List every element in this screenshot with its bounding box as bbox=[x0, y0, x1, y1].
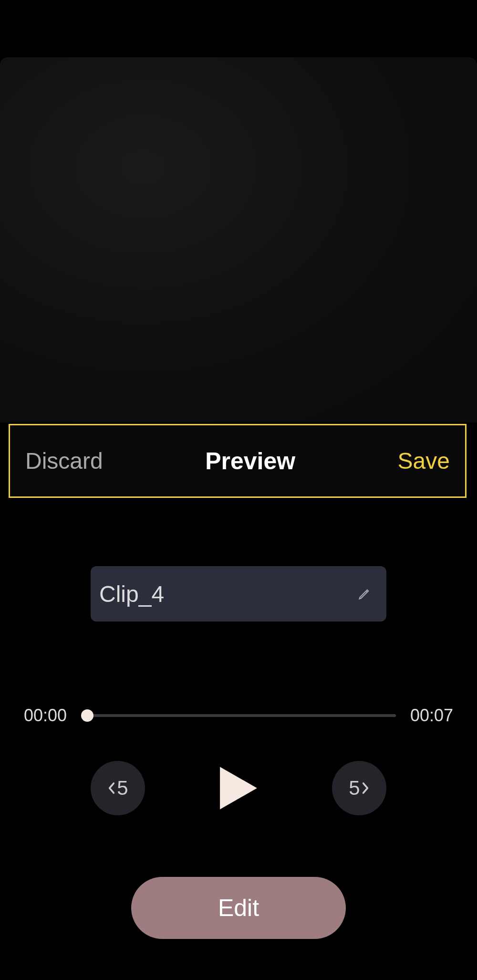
edit-button-label: Edit bbox=[218, 894, 259, 922]
clip-name-text: Clip_4 bbox=[99, 581, 164, 607]
skip-back-seconds: 5 bbox=[117, 777, 128, 800]
current-time: 00:00 bbox=[24, 706, 67, 726]
play-button[interactable] bbox=[217, 764, 260, 812]
skip-forward-button[interactable]: 5 bbox=[332, 761, 386, 815]
chevron-left-icon bbox=[107, 782, 116, 794]
play-icon bbox=[217, 764, 260, 812]
skip-forward-seconds: 5 bbox=[349, 777, 360, 800]
clip-name-field[interactable]: Clip_4 bbox=[91, 566, 386, 622]
discard-button[interactable]: Discard bbox=[25, 448, 103, 474]
save-button[interactable]: Save bbox=[398, 448, 450, 474]
video-preview bbox=[0, 57, 477, 422]
chevron-right-icon bbox=[361, 782, 370, 794]
progress-row: 00:00 00:07 bbox=[24, 706, 453, 726]
progress-thumb[interactable] bbox=[81, 709, 93, 722]
pencil-icon[interactable] bbox=[357, 586, 372, 601]
action-bar: Discard Preview Save bbox=[9, 424, 467, 498]
edit-button[interactable]: Edit bbox=[131, 877, 346, 939]
playback-controls: 5 5 bbox=[91, 761, 386, 815]
preview-title: Preview bbox=[205, 447, 295, 475]
total-time: 00:07 bbox=[410, 706, 453, 726]
skip-back-button[interactable]: 5 bbox=[91, 761, 145, 815]
progress-slider[interactable] bbox=[81, 714, 396, 717]
